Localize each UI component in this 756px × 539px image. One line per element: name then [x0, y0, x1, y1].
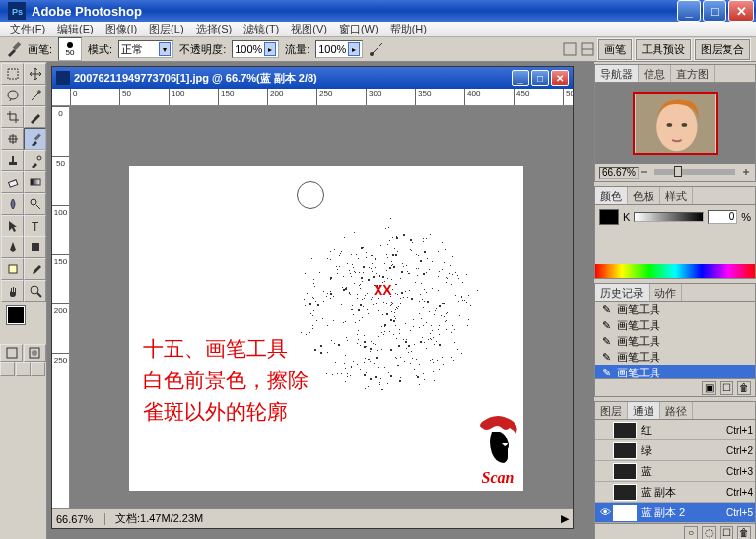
screenmode-full[interactable]: [31, 362, 45, 376]
standard-mode-button[interactable]: [0, 344, 23, 362]
type-tool[interactable]: T: [24, 215, 46, 236]
brush-tool-selected[interactable]: [24, 128, 46, 150]
navigator-zoom-input[interactable]: 66.67%: [599, 167, 639, 179]
document-titlebar[interactable]: 20076211949773706[1].jpg @ 66.7%(蓝 副本 2/…: [52, 67, 573, 89]
menu-image[interactable]: 图像(I): [100, 22, 143, 36]
airbrush-icon[interactable]: [369, 41, 384, 57]
magic-wand-tool[interactable]: [24, 85, 46, 106]
menu-view[interactable]: 视图(V): [285, 22, 333, 36]
marquee-tool[interactable]: [1, 63, 24, 85]
crop-tool[interactable]: [1, 106, 24, 128]
mode-dropdown[interactable]: 正常▾: [118, 40, 173, 58]
tab-layers[interactable]: 图层: [595, 402, 628, 419]
dodge-tool[interactable]: [24, 193, 46, 215]
visibility-eye-icon[interactable]: 👁: [597, 506, 613, 518]
channel-row[interactable]: 红Ctrl+1: [595, 420, 755, 440]
screenmode-standard[interactable]: [0, 362, 15, 376]
color-swatches[interactable]: [7, 306, 40, 340]
channel-row[interactable]: 绿Ctrl+2: [595, 440, 755, 461]
doc-minimize-button[interactable]: _: [512, 70, 529, 86]
navigator-preview[interactable]: [595, 83, 755, 164]
blur-tool[interactable]: [1, 193, 24, 215]
history-item[interactable]: ✎画笔工具: [595, 317, 755, 333]
path-select-tool[interactable]: [1, 215, 24, 236]
ruler-horizontal[interactable]: 050100150200250300350400450500: [52, 89, 573, 106]
tab-swatches[interactable]: 色板: [628, 187, 660, 204]
window-minimize-button[interactable]: _: [677, 0, 701, 22]
gradient-tool[interactable]: [24, 171, 46, 193]
notes-tool[interactable]: [1, 258, 24, 280]
tab-tool-presets[interactable]: 工具预设: [636, 39, 691, 60]
tab-layer-comps[interactable]: 图层复合: [695, 39, 750, 60]
zoom-out-icon[interactable]: [639, 168, 649, 177]
tab-actions[interactable]: 动作: [650, 284, 682, 301]
history-item[interactable]: ✎画笔工具: [595, 349, 755, 365]
channel-row[interactable]: 蓝Ctrl+3: [595, 461, 755, 482]
tab-paths[interactable]: 路径: [660, 402, 693, 419]
channel-row[interactable]: 蓝 副本Ctrl+4: [595, 482, 755, 503]
opacity-input[interactable]: 100%▸: [232, 40, 279, 58]
eyedropper-tool[interactable]: [24, 258, 46, 280]
tab-color[interactable]: 颜色: [595, 187, 628, 204]
status-arrow-icon[interactable]: ▶: [561, 512, 569, 525]
tab-info[interactable]: 信息: [639, 65, 671, 82]
healing-tool[interactable]: [1, 128, 24, 150]
window-close-button[interactable]: ✕: [728, 0, 754, 22]
k-slider[interactable]: [634, 212, 704, 222]
menu-select[interactable]: 选择(S): [190, 22, 239, 36]
foreground-color-swatch[interactable]: [7, 306, 25, 324]
screenmode-fullmenu[interactable]: [16, 362, 31, 376]
history-item[interactable]: ✎画笔工具: [595, 333, 755, 349]
canvas-viewport[interactable]: XX 十五、画笔工具 白色前景色，擦除 雀斑以外的轮廓: [70, 106, 573, 508]
status-zoom[interactable]: 66.67%: [56, 513, 105, 525]
stamp-tool[interactable]: [1, 150, 24, 171]
delete-channel-button[interactable]: 🗑: [737, 526, 751, 540]
tab-navigator[interactable]: 导航器: [595, 65, 639, 82]
quickmask-mode-button[interactable]: [24, 344, 46, 362]
navigator-slider[interactable]: [654, 169, 735, 175]
color-spectrum[interactable]: [595, 264, 755, 278]
delete-button[interactable]: 🗑: [737, 381, 751, 395]
lasso-tool[interactable]: [1, 85, 24, 106]
new-doc-button[interactable]: ☐: [720, 381, 733, 395]
tab-channels[interactable]: 通道: [628, 402, 660, 419]
svg-point-8: [8, 91, 18, 99]
eraser-tool[interactable]: [1, 171, 24, 193]
k-value[interactable]: 0: [708, 210, 737, 224]
brush-preview[interactable]: 50: [58, 37, 82, 61]
menu-help[interactable]: 帮助(H): [384, 22, 433, 36]
tab-brushes[interactable]: 画笔: [598, 39, 632, 60]
menu-window[interactable]: 窗口(W): [333, 22, 384, 36]
menu-filter[interactable]: 滤镜(T): [238, 22, 285, 36]
window-maximize-button[interactable]: □: [703, 0, 726, 22]
zoom-tool[interactable]: [24, 280, 46, 302]
hand-tool[interactable]: [1, 280, 24, 302]
palette-well-icon[interactable]: [581, 42, 594, 56]
tab-history[interactable]: 历史记录: [595, 284, 650, 301]
menu-edit[interactable]: 编辑(E): [51, 22, 100, 36]
slice-tool[interactable]: [24, 106, 46, 128]
palette-icon[interactable]: [563, 42, 577, 56]
zoom-in-icon[interactable]: [741, 168, 751, 177]
save-selection-button[interactable]: ◌: [702, 526, 716, 540]
channel-row-selected[interactable]: 👁蓝 副本 2Ctrl+5: [595, 503, 755, 523]
tab-histogram[interactable]: 直方图: [671, 65, 715, 82]
pen-tool[interactable]: [1, 236, 24, 258]
color-fg-swatch[interactable]: [599, 209, 619, 225]
doc-close-button[interactable]: ✕: [551, 70, 569, 86]
history-brush-tool[interactable]: [24, 150, 46, 171]
ruler-vertical[interactable]: 050100150200250: [52, 106, 70, 508]
doc-maximize-button[interactable]: □: [531, 70, 549, 86]
move-tool[interactable]: [24, 63, 46, 85]
new-channel-button[interactable]: ☐: [720, 526, 733, 540]
background-color-swatch[interactable]: [23, 322, 40, 340]
menu-file[interactable]: 文件(F): [4, 22, 51, 36]
shape-tool[interactable]: [24, 236, 46, 258]
tab-styles[interactable]: 样式: [660, 187, 693, 204]
load-selection-button[interactable]: ○: [684, 526, 698, 540]
history-item-selected[interactable]: ✎画笔工具: [595, 365, 755, 378]
flow-input[interactable]: 100%▸: [315, 40, 363, 58]
new-snapshot-button[interactable]: ▣: [702, 381, 716, 395]
menu-layer[interactable]: 图层(L): [143, 22, 189, 36]
history-item[interactable]: ✎画笔工具: [595, 302, 755, 317]
